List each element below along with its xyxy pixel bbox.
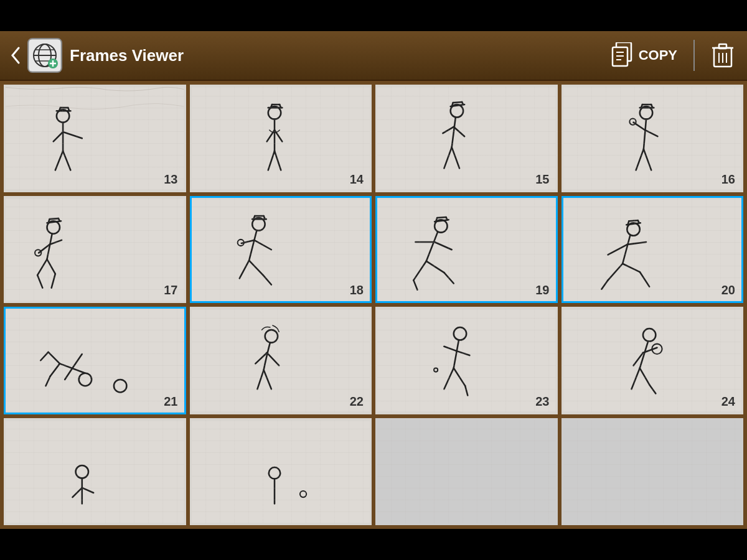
frame-25[interactable] (4, 418, 186, 526)
frame-23[interactable]: 23 (375, 307, 558, 414)
svg-rect-65 (6, 198, 184, 301)
back-button[interactable] (6, 37, 25, 74)
svg-line-116 (629, 220, 637, 221)
divider (693, 40, 695, 71)
frame-26[interactable] (190, 418, 372, 526)
svg-rect-53 (563, 87, 742, 189)
frame-15[interactable]: 15 (375, 85, 558, 192)
frame-num-23: 23 (535, 394, 549, 409)
svg-rect-20 (6, 87, 184, 189)
frame-14[interactable]: 14 (190, 85, 372, 192)
frame-num-24: 24 (721, 394, 735, 409)
svg-rect-105 (563, 198, 742, 301)
copy-label: COPY (639, 47, 677, 63)
frame-num-14: 14 (350, 172, 364, 187)
svg-rect-152 (6, 421, 184, 523)
frame-grid: 13 (0, 81, 747, 529)
frame-num-19: 19 (535, 283, 549, 297)
svg-rect-79 (192, 198, 370, 301)
svg-line-77 (50, 218, 59, 219)
trash-icon (711, 42, 735, 69)
screen: Frames Viewer COPY (0, 31, 747, 529)
copy-button[interactable]: COPY (605, 39, 684, 72)
svg-rect-134 (377, 309, 556, 411)
frame-num-16: 16 (721, 172, 735, 187)
frame-num-17: 17 (164, 283, 177, 297)
frame-17[interactable]: 17 (4, 196, 186, 304)
frame-21[interactable]: 21 (4, 307, 186, 414)
frame-num-22: 22 (350, 394, 364, 409)
frame-num-18: 18 (350, 283, 364, 297)
svg-line-103 (437, 217, 446, 218)
frame-num-15: 15 (535, 172, 549, 187)
frame-19[interactable]: 19 (375, 196, 558, 304)
frame-22[interactable]: 22 (190, 307, 372, 414)
svg-rect-128 (192, 309, 370, 411)
svg-rect-42 (377, 87, 556, 189)
frame-num-13: 13 (164, 172, 177, 187)
frame-18[interactable]: 18 (190, 196, 372, 304)
svg-rect-118 (6, 309, 184, 411)
bottom-black-bar (0, 529, 747, 560)
frame-empty-1 (375, 418, 558, 526)
page-title: Frames Viewer (70, 46, 605, 65)
frame-16[interactable]: 16 (561, 85, 744, 192)
frame-13[interactable]: 13 (4, 85, 186, 192)
delete-button[interactable] (705, 38, 741, 73)
frame-num-21: 21 (164, 394, 177, 409)
frame-20[interactable]: 20 (561, 196, 744, 304)
svg-rect-92 (377, 198, 556, 301)
app-icon (27, 38, 62, 73)
frame-empty-2 (561, 418, 744, 526)
top-black-bar (0, 0, 747, 31)
svg-rect-143 (563, 309, 742, 411)
svg-line-51 (453, 102, 462, 103)
header-actions: COPY (605, 38, 741, 73)
frame-num-20: 20 (721, 283, 735, 297)
svg-rect-16 (719, 44, 726, 49)
frame-24[interactable]: 24 (561, 307, 744, 414)
copy-icon (611, 42, 634, 68)
header: Frames Viewer COPY (0, 31, 747, 81)
